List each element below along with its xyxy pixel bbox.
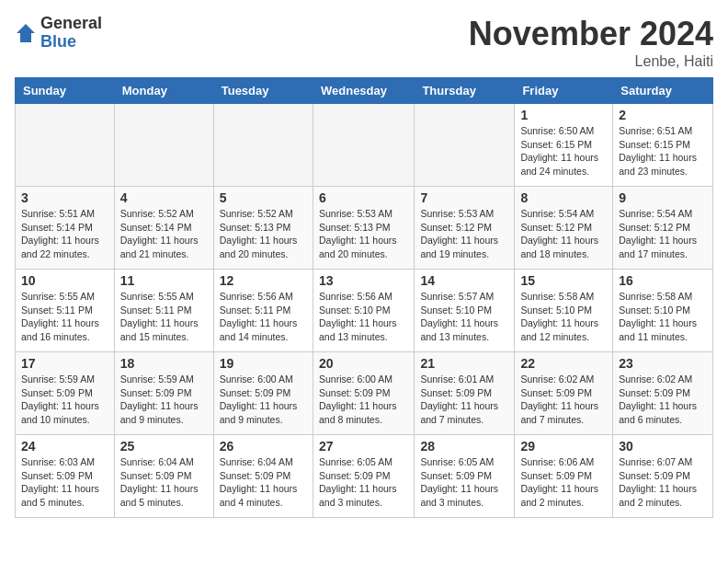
title-area: November 2024 Lenbe, Haiti <box>469 15 713 70</box>
day-number: 26 <box>220 439 307 454</box>
calendar-cell: 8Sunrise: 5:54 AM Sunset: 5:12 PM Daylig… <box>515 187 613 270</box>
day-info: Sunrise: 6:06 AM Sunset: 5:09 PM Dayligh… <box>520 455 607 510</box>
day-info: Sunrise: 6:05 AM Sunset: 5:09 PM Dayligh… <box>319 455 408 510</box>
calendar-cell: 22Sunrise: 6:02 AM Sunset: 5:09 PM Dayli… <box>515 352 613 435</box>
day-number: 22 <box>520 356 607 371</box>
calendar-cell: 25Sunrise: 6:04 AM Sunset: 5:09 PM Dayli… <box>114 435 213 518</box>
calendar-cell: 17Sunrise: 5:59 AM Sunset: 5:09 PM Dayli… <box>16 352 115 435</box>
day-number: 30 <box>619 439 707 454</box>
day-info: Sunrise: 6:00 AM Sunset: 5:09 PM Dayligh… <box>319 373 408 427</box>
calendar-header-sunday: Sunday <box>16 78 115 104</box>
calendar-header-wednesday: Wednesday <box>313 78 414 104</box>
calendar-header-friday: Friday <box>515 78 613 104</box>
calendar-cell: 28Sunrise: 6:05 AM Sunset: 5:09 PM Dayli… <box>415 435 515 518</box>
day-info: Sunrise: 5:51 AM Sunset: 5:14 PM Dayligh… <box>21 207 108 261</box>
calendar-cell: 30Sunrise: 6:07 AM Sunset: 5:09 PM Dayli… <box>613 435 713 518</box>
day-number: 9 <box>619 190 707 205</box>
day-info: Sunrise: 5:55 AM Sunset: 5:11 PM Dayligh… <box>120 290 208 344</box>
calendar-cell: 29Sunrise: 6:06 AM Sunset: 5:09 PM Dayli… <box>515 435 613 518</box>
day-number: 13 <box>319 273 408 288</box>
calendar-cell: 15Sunrise: 5:58 AM Sunset: 5:10 PM Dayli… <box>515 270 613 352</box>
calendar-cell: 14Sunrise: 5:57 AM Sunset: 5:10 PM Dayli… <box>415 270 515 352</box>
day-info: Sunrise: 6:50 AM Sunset: 6:15 PM Dayligh… <box>520 124 607 178</box>
logo-text: General Blue <box>40 15 102 52</box>
day-number: 20 <box>319 356 408 371</box>
calendar-cell <box>213 104 313 187</box>
calendar-cell: 4Sunrise: 5:52 AM Sunset: 5:14 PM Daylig… <box>114 187 213 270</box>
calendar-week-4: 17Sunrise: 5:59 AM Sunset: 5:09 PM Dayli… <box>16 352 713 435</box>
calendar-cell: 27Sunrise: 6:05 AM Sunset: 5:09 PM Dayli… <box>313 435 414 518</box>
calendar-cell: 1Sunrise: 6:50 AM Sunset: 6:15 PM Daylig… <box>515 104 613 187</box>
day-number: 17 <box>21 356 108 371</box>
day-number: 7 <box>420 190 508 205</box>
calendar-header-saturday: Saturday <box>613 78 713 104</box>
calendar-header-row: SundayMondayTuesdayWednesdayThursdayFrid… <box>16 78 713 104</box>
day-info: Sunrise: 6:04 AM Sunset: 5:09 PM Dayligh… <box>220 455 307 510</box>
calendar-cell: 6Sunrise: 5:53 AM Sunset: 5:13 PM Daylig… <box>313 187 414 270</box>
calendar-cell: 16Sunrise: 5:58 AM Sunset: 5:10 PM Dayli… <box>613 270 713 352</box>
calendar-cell <box>415 104 515 187</box>
day-number: 14 <box>420 273 508 288</box>
calendar-cell: 7Sunrise: 5:53 AM Sunset: 5:12 PM Daylig… <box>415 187 515 270</box>
day-info: Sunrise: 5:53 AM Sunset: 5:13 PM Dayligh… <box>319 207 408 261</box>
day-number: 4 <box>120 190 208 205</box>
day-number: 19 <box>220 356 307 371</box>
day-info: Sunrise: 5:57 AM Sunset: 5:10 PM Dayligh… <box>420 290 508 344</box>
calendar-week-3: 10Sunrise: 5:55 AM Sunset: 5:11 PM Dayli… <box>16 270 713 352</box>
day-info: Sunrise: 6:00 AM Sunset: 5:09 PM Dayligh… <box>220 373 307 427</box>
day-info: Sunrise: 6:07 AM Sunset: 5:09 PM Dayligh… <box>619 455 707 510</box>
day-info: Sunrise: 5:52 AM Sunset: 5:14 PM Dayligh… <box>120 207 208 261</box>
day-number: 28 <box>420 439 508 454</box>
day-number: 29 <box>520 439 607 454</box>
day-info: Sunrise: 6:01 AM Sunset: 5:09 PM Dayligh… <box>420 373 508 427</box>
calendar-week-2: 3Sunrise: 5:51 AM Sunset: 5:14 PM Daylig… <box>16 187 713 270</box>
day-info: Sunrise: 6:05 AM Sunset: 5:09 PM Dayligh… <box>420 455 508 510</box>
calendar-cell <box>313 104 414 187</box>
day-info: Sunrise: 5:54 AM Sunset: 5:12 PM Dayligh… <box>619 207 707 261</box>
day-number: 12 <box>220 273 307 288</box>
calendar-cell: 24Sunrise: 6:03 AM Sunset: 5:09 PM Dayli… <box>16 435 115 518</box>
day-number: 15 <box>520 273 607 288</box>
day-number: 18 <box>120 356 208 371</box>
svg-marker-0 <box>17 24 35 42</box>
day-info: Sunrise: 5:56 AM Sunset: 5:10 PM Dayligh… <box>319 290 408 344</box>
calendar-cell: 12Sunrise: 5:56 AM Sunset: 5:11 PM Dayli… <box>213 270 313 352</box>
calendar-cell: 19Sunrise: 6:00 AM Sunset: 5:09 PM Dayli… <box>213 352 313 435</box>
calendar-cell: 5Sunrise: 5:52 AM Sunset: 5:13 PM Daylig… <box>213 187 313 270</box>
day-number: 25 <box>120 439 208 454</box>
calendar-cell: 11Sunrise: 5:55 AM Sunset: 5:11 PM Dayli… <box>114 270 213 352</box>
calendar-header-tuesday: Tuesday <box>213 78 313 104</box>
calendar-cell <box>114 104 213 187</box>
calendar-header-thursday: Thursday <box>415 78 515 104</box>
day-info: Sunrise: 5:53 AM Sunset: 5:12 PM Dayligh… <box>420 207 508 261</box>
logo-icon <box>15 22 37 44</box>
day-number: 24 <box>21 439 108 454</box>
day-number: 27 <box>319 439 408 454</box>
day-number: 10 <box>21 273 108 288</box>
calendar-cell: 10Sunrise: 5:55 AM Sunset: 5:11 PM Dayli… <box>16 270 115 352</box>
day-number: 23 <box>619 356 707 371</box>
calendar-cell: 23Sunrise: 6:02 AM Sunset: 5:09 PM Dayli… <box>613 352 713 435</box>
logo-general: General <box>40 15 102 33</box>
calendar-header-monday: Monday <box>114 78 213 104</box>
day-info: Sunrise: 5:54 AM Sunset: 5:12 PM Dayligh… <box>520 207 607 261</box>
day-info: Sunrise: 5:56 AM Sunset: 5:11 PM Dayligh… <box>220 290 307 344</box>
day-number: 3 <box>21 190 108 205</box>
calendar-cell: 3Sunrise: 5:51 AM Sunset: 5:14 PM Daylig… <box>16 187 115 270</box>
calendar-cell <box>16 104 115 187</box>
day-info: Sunrise: 6:04 AM Sunset: 5:09 PM Dayligh… <box>120 455 208 510</box>
day-info: Sunrise: 5:59 AM Sunset: 5:09 PM Dayligh… <box>120 373 208 427</box>
day-info: Sunrise: 5:55 AM Sunset: 5:11 PM Dayligh… <box>21 290 108 344</box>
day-number: 2 <box>619 108 707 122</box>
day-info: Sunrise: 5:52 AM Sunset: 5:13 PM Dayligh… <box>220 207 307 261</box>
day-number: 11 <box>120 273 208 288</box>
day-info: Sunrise: 5:59 AM Sunset: 5:09 PM Dayligh… <box>21 373 108 427</box>
day-number: 6 <box>319 190 408 205</box>
calendar-cell: 9Sunrise: 5:54 AM Sunset: 5:12 PM Daylig… <box>613 187 713 270</box>
day-number: 1 <box>520 108 607 122</box>
logo-blue: Blue <box>40 33 102 52</box>
month-title: November 2024 <box>469 15 713 53</box>
header: General Blue November 2024 Lenbe, Haiti <box>15 15 713 70</box>
day-info: Sunrise: 5:58 AM Sunset: 5:10 PM Dayligh… <box>619 290 707 344</box>
day-number: 5 <box>220 190 307 205</box>
